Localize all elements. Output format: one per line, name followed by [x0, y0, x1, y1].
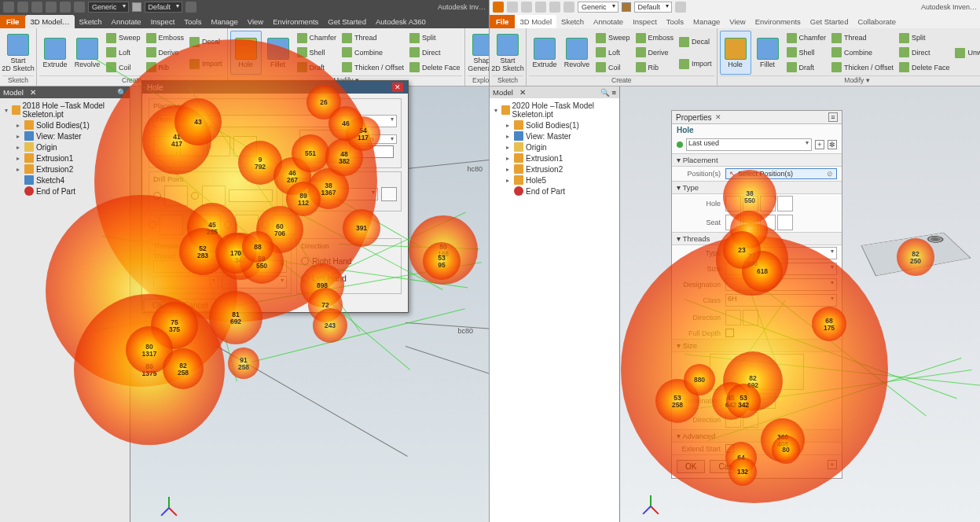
chamfer-button[interactable]: Chamfer	[295, 32, 340, 44]
tab-inspect[interactable]: Inspect	[146, 15, 180, 28]
shell-button[interactable]: Shell	[295, 46, 340, 58]
appearance-combo[interactable]: Default	[145, 2, 183, 13]
decal-button[interactable]: Decal	[187, 36, 225, 48]
section-threads[interactable]: ▾ Threads	[672, 232, 842, 245]
ok-button[interactable]: OK	[677, 460, 705, 473]
hole-button[interactable]: Hole	[230, 31, 262, 75]
rib-button[interactable]: Rib	[144, 61, 187, 73]
tree-root[interactable]: ▾2020 Hole –Task Model Skeleton.ipt	[491, 101, 618, 119]
seat-clearance-radio[interactable]	[186, 221, 194, 229]
thread-class-combo[interactable]: 6H	[725, 294, 837, 307]
seat-spotface-button[interactable]	[760, 215, 776, 230]
seat-taper-radio[interactable]	[262, 221, 270, 229]
rib-button[interactable]: Rib	[633, 61, 677, 73]
qat-measure-icon[interactable]	[185, 2, 196, 13]
dir-lh-button[interactable]	[743, 310, 758, 325]
section-size[interactable]: ▾ Size	[672, 339, 842, 352]
extrude-button[interactable]: Extrude	[529, 31, 560, 75]
holetype-simple-button[interactable]	[725, 196, 741, 211]
direct-button[interactable]: Direct	[407, 46, 463, 58]
split-button[interactable]: Split	[897, 32, 952, 44]
drill-angle-radio[interactable]	[191, 192, 199, 200]
tree-hole5[interactable]: ▸Hole5	[491, 175, 618, 186]
combine-button[interactable]: Combine	[829, 46, 896, 58]
start-2d-sketch-button[interactable]: Start 2D Sketch	[492, 31, 523, 75]
derive-button[interactable]: Derive	[144, 46, 187, 58]
positions-select-button[interactable]: ↖Select Position(s)⊘	[725, 168, 837, 179]
direct-button[interactable]: Direct	[897, 46, 952, 58]
thicken-button[interactable]: Thicken / Offset	[829, 61, 896, 73]
combine-button[interactable]: Combine	[340, 46, 406, 58]
hole-button[interactable]: Hole	[720, 31, 751, 75]
tree-endofpart[interactable]: End of Part	[2, 186, 128, 197]
revolve-button[interactable]: Revolve	[561, 31, 593, 75]
extend-start-checkbox[interactable]	[725, 444, 734, 453]
full-depth-checkbox[interactable]	[725, 329, 734, 337]
properties-panel[interactable]: Properties✕≡ Hole Last used + ✼ ▾ Placem…	[671, 110, 842, 479]
holetype-clearance-button[interactable]	[743, 196, 758, 211]
delete-face-button[interactable]: Delete Face	[897, 61, 952, 73]
qat-home-icon[interactable]	[74, 2, 85, 13]
tree-extrusion2[interactable]: ▸Extrusion2	[491, 164, 618, 175]
hole-dialog[interactable]: Hole✕ Placement From Sketch 30 mm Drill …	[141, 80, 409, 313]
seat-countersink-button[interactable]	[777, 215, 793, 230]
tab-collab[interactable]: Collaborate	[853, 15, 901, 28]
qat-measure-icon[interactable]	[675, 2, 686, 13]
holetype-simple-button[interactable]	[153, 136, 177, 156]
tab-getstarted[interactable]: Get Started	[323, 15, 371, 28]
loft-button[interactable]: Loft	[593, 46, 633, 58]
thread-class-combo[interactable]	[222, 276, 287, 289]
cancel-button[interactable]: Cancel	[174, 299, 216, 312]
seat-tapped-radio[interactable]	[224, 221, 232, 229]
tree-solidbodies[interactable]: ▸Solid Bodies(1)	[2, 119, 128, 130]
properties-menu-button[interactable]: ≡	[828, 112, 838, 122]
apply-plus-button[interactable]: +	[828, 460, 837, 469]
material-combo[interactable]: Generic	[88, 2, 129, 13]
decal-button[interactable]: Decal	[677, 36, 714, 48]
tab-manage[interactable]: Manage	[206, 15, 242, 28]
lh-radio[interactable]	[301, 274, 309, 282]
tree-extrusion1[interactable]: ▸Extrusion1	[2, 153, 128, 164]
qat-save-icon[interactable]	[31, 2, 42, 13]
holetype-counterbore-button[interactable]	[180, 136, 204, 156]
drill-flat-radio[interactable]	[153, 192, 161, 200]
appearance-swatch[interactable]	[622, 2, 631, 12]
coil-button[interactable]: Coil	[593, 61, 633, 73]
fillet-button[interactable]: Fillet	[752, 31, 784, 75]
tree-endofpart[interactable]: End of Part	[491, 186, 618, 197]
hole-diameter-field[interactable]	[350, 145, 394, 158]
tab-env[interactable]: Environments	[268, 15, 323, 28]
tree-extrusion1[interactable]: ▸Extrusion1	[491, 153, 618, 164]
tab-3dmodel[interactable]: 3D Model	[515, 15, 556, 28]
delete-face-button[interactable]: Delete Face	[407, 61, 463, 73]
draft-button[interactable]: Draft	[784, 61, 829, 73]
tab-sketch[interactable]: Sketch	[556, 15, 589, 28]
tab-getstarted[interactable]: Get Started	[806, 15, 853, 28]
preset-combo[interactable]: Last used	[686, 138, 812, 151]
appearance-combo[interactable]: Default	[634, 2, 673, 13]
holetype-spotface-button[interactable]	[233, 136, 257, 156]
dir-default-button[interactable]	[725, 412, 741, 428]
tab-view[interactable]: View	[243, 15, 268, 28]
start-2d-sketch-button[interactable]: Start 2D Sketch	[2, 31, 34, 75]
chamfer-button[interactable]: Chamfer	[784, 32, 829, 44]
tab-tools[interactable]: Tools	[662, 15, 688, 28]
appearance-swatch[interactable]	[132, 2, 141, 12]
dialog-close-button[interactable]: ✕	[392, 83, 403, 92]
term-thru-button[interactable]	[725, 393, 741, 409]
tree-view[interactable]: ▸View: Master	[491, 130, 618, 142]
tab-tools[interactable]: Tools	[179, 15, 206, 28]
seat-none-button[interactable]	[725, 215, 741, 230]
split-button[interactable]: Split	[407, 32, 463, 44]
qat-open-icon[interactable]	[17, 2, 28, 13]
qat-open-icon[interactable]	[507, 2, 518, 13]
preset-settings-button[interactable]: ✼	[828, 140, 837, 149]
tab-annotate[interactable]: Annotate	[589, 15, 628, 28]
tab-3dmodel[interactable]: 3D Model…	[25, 15, 74, 28]
thread-button[interactable]: Thread	[340, 32, 406, 44]
sweep-button[interactable]: Sweep	[104, 32, 143, 44]
thicken-button[interactable]: Thicken / Offset	[340, 61, 406, 73]
section-type[interactable]: ▾ Type	[672, 181, 842, 194]
tab-sketch[interactable]: Sketch	[75, 15, 107, 28]
tab-manage[interactable]: Manage	[688, 15, 725, 28]
